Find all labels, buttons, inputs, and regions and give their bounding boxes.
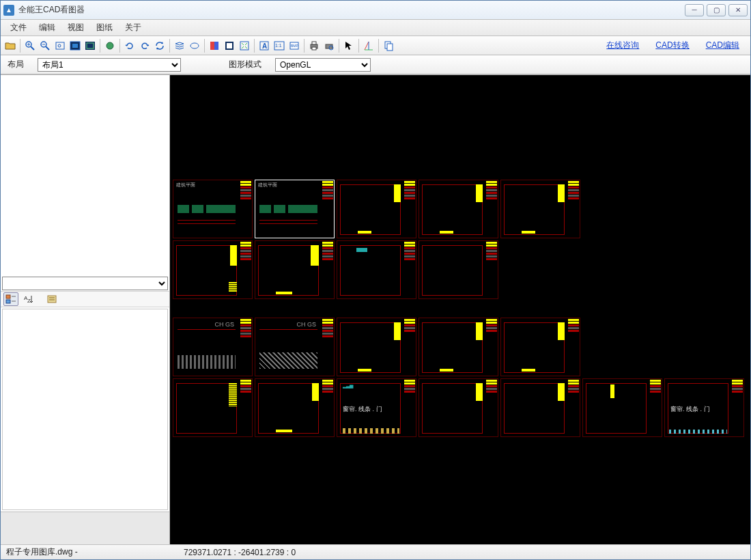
layers-icon[interactable] xyxy=(173,39,186,53)
print-icon[interactable] xyxy=(307,39,321,53)
svg-rect-43 xyxy=(48,296,56,303)
window-buttons: ─ ▢ ✕ xyxy=(685,4,748,16)
mode-select[interactable]: OpenGL xyxy=(275,58,371,72)
svg-text:A: A xyxy=(262,42,267,50)
close-button[interactable]: ✕ xyxy=(728,4,748,16)
layout-thumb[interactable] xyxy=(255,378,335,437)
layout-thumb[interactable] xyxy=(337,240,416,299)
separator xyxy=(204,39,205,53)
drawing-canvas[interactable]: 建筑平面 建筑平面 xyxy=(170,75,750,544)
svg-line-31 xyxy=(365,42,369,50)
svg-text:BMP: BMP xyxy=(291,44,299,48)
maximize-button[interactable]: ▢ xyxy=(707,4,726,16)
link-cad-edit[interactable]: CAD编辑 xyxy=(706,40,739,51)
sidebar-footer-panel xyxy=(1,512,169,544)
layout-thumb[interactable] xyxy=(500,318,580,376)
svg-rect-28 xyxy=(312,47,316,50)
layout-thumb[interactable] xyxy=(173,378,253,437)
layout-thumb[interactable]: 建筑平面 xyxy=(173,180,253,238)
menu-edit[interactable]: 编辑 xyxy=(33,20,61,35)
svg-text:Z: Z xyxy=(27,298,31,304)
zoom-window-icon[interactable] xyxy=(53,39,67,53)
layout-thumb[interactable] xyxy=(173,240,253,299)
layout-thumb[interactable] xyxy=(419,378,498,437)
sidebar-view-tools: AZ xyxy=(1,291,169,307)
color-toggle-2-icon[interactable] xyxy=(223,39,236,53)
app-window: ▲ 全能王CAD看图器 ─ ▢ ✕ 文件 编辑 视图 图纸 关于 xyxy=(0,0,751,560)
zoom-fit-icon[interactable] xyxy=(83,39,97,53)
menu-view[interactable]: 视图 xyxy=(62,20,89,35)
menu-about[interactable]: 关于 xyxy=(119,20,147,35)
layout-thumb[interactable] xyxy=(500,378,580,437)
mode-label: 图形模式 xyxy=(229,59,261,70)
measure-icon[interactable] xyxy=(362,39,376,53)
status-coordinates: 729371.0271 : -26401.2739 : 0 xyxy=(184,548,296,557)
zoom-out-icon[interactable] xyxy=(38,39,52,53)
svg-rect-37 xyxy=(6,300,10,303)
color-toggle-1-icon[interactable] xyxy=(208,39,221,53)
separator xyxy=(254,39,255,53)
layout-thumb[interactable] xyxy=(419,180,498,238)
separator xyxy=(119,39,120,53)
zoom-in-icon[interactable] xyxy=(23,39,37,53)
print-preview-icon[interactable] xyxy=(322,39,336,53)
minimize-button[interactable]: ─ xyxy=(685,4,704,16)
layout-thumb[interactable]: CH GS xyxy=(255,318,335,376)
svg-line-1 xyxy=(31,46,34,50)
layout-thumb[interactable] xyxy=(337,318,416,376)
sidebar-tree-panel[interactable] xyxy=(1,75,169,276)
separator xyxy=(304,39,304,53)
layout-thumb[interactable] xyxy=(500,180,580,238)
app-icon: ▲ xyxy=(3,5,14,16)
refresh-icon[interactable] xyxy=(153,39,167,53)
layout-thumb[interactable]: ▂▃▅ 窗帘. 线条 . 门 xyxy=(337,378,416,437)
separator xyxy=(20,39,20,53)
layout-thumb[interactable] xyxy=(255,240,335,299)
svg-rect-36 xyxy=(6,295,10,298)
layout-select[interactable]: 布局1 xyxy=(38,58,181,72)
layout-thumbnails: 建筑平面 建筑平面 xyxy=(173,180,744,439)
layout-thumb[interactable] xyxy=(419,240,498,299)
pan-icon[interactable] xyxy=(103,39,117,53)
toolbar-links: 在线咨询 CAD转换 CAD编辑 xyxy=(606,40,748,51)
options-bar: 布局 布局1 图形模式 OpenGL xyxy=(1,55,750,74)
svg-rect-18 xyxy=(227,43,232,48)
fullscreen-icon[interactable] xyxy=(238,39,251,53)
ellipse-icon[interactable] xyxy=(188,39,201,53)
separator xyxy=(358,39,359,53)
layout-thumb[interactable]: 窗帘. 线条 . 门 xyxy=(664,378,744,437)
layout-thumb-selected[interactable]: 建筑平面 xyxy=(255,180,335,238)
sidebar-filter-select[interactable] xyxy=(2,277,168,290)
copy-icon[interactable] xyxy=(382,39,395,53)
menu-file[interactable]: 文件 xyxy=(5,20,32,35)
link-online-consult[interactable]: 在线咨询 xyxy=(606,40,639,51)
view-alphabetical-icon[interactable]: AZ xyxy=(21,292,36,306)
view-list-icon[interactable] xyxy=(44,292,59,306)
layout-thumb[interactable] xyxy=(582,378,662,437)
rotate-ccw-icon[interactable] xyxy=(123,39,137,53)
text-icon[interactable]: A xyxy=(257,39,271,53)
svg-rect-7 xyxy=(56,42,64,49)
select-icon[interactable] xyxy=(342,39,356,53)
menu-drawing[interactable]: 图纸 xyxy=(91,20,118,35)
layout-thumb[interactable] xyxy=(419,318,498,376)
layout-thumb[interactable]: CH GS xyxy=(173,318,253,376)
sidebar-properties-panel[interactable] xyxy=(2,309,168,511)
titlebar: ▲ 全能王CAD看图器 ─ ▢ ✕ xyxy=(1,1,750,20)
zoom-extents-icon[interactable] xyxy=(68,39,82,53)
status-filename: 程子专用图库.dwg - xyxy=(6,546,175,558)
open-icon[interactable] xyxy=(3,39,17,53)
svg-line-5 xyxy=(46,46,49,50)
link-cad-convert[interactable]: CAD转换 xyxy=(655,40,689,51)
window-title: 全能王CAD看图器 xyxy=(18,4,685,16)
separator xyxy=(378,39,379,53)
svg-text:1:1: 1:1 xyxy=(275,43,282,48)
main-area: AZ 建筑平面 建筑平面 xyxy=(1,74,750,544)
svg-point-14 xyxy=(190,43,199,48)
rotate-cw-icon[interactable] xyxy=(138,39,152,53)
dimension-icon[interactable]: 1:1 xyxy=(272,39,286,53)
bmp-export-icon[interactable]: BMP xyxy=(287,39,301,53)
view-categorized-icon[interactable] xyxy=(3,292,18,306)
svg-point-13 xyxy=(107,42,113,49)
layout-thumb[interactable] xyxy=(337,180,416,238)
